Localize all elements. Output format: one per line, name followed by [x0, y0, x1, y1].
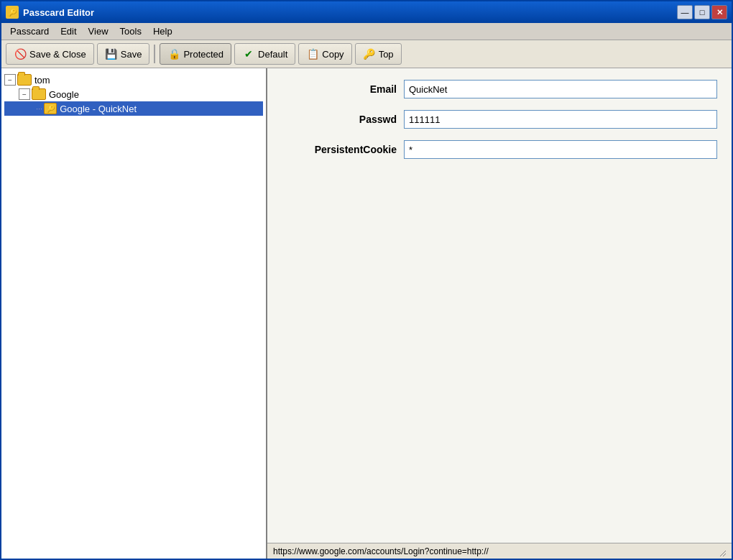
tree-connector-dots: ···	[36, 104, 42, 113]
save-icon: 💾	[105, 47, 118, 60]
copy-label: Copy	[322, 49, 344, 60]
tree-root-label[interactable]: tom	[34, 75, 50, 86]
default-label: Default	[258, 49, 287, 60]
tree-quicknet-label[interactable]: Google - QuickNet	[60, 104, 137, 114]
save-close-label: Save & Close	[29, 49, 86, 60]
detail-panel: Email Passwd PersistentCookie https://ww…	[267, 68, 732, 559]
menu-view[interactable]: View	[83, 24, 114, 38]
tree-google-row: − Google	[4, 87, 263, 101]
resize-icon	[717, 548, 726, 556]
menu-help[interactable]: Help	[147, 24, 178, 38]
main-window: 🔑 Passcard Editor — □ ✕ Passcard Edit Vi…	[0, 0, 733, 560]
top-icon: 🔑	[363, 47, 376, 60]
menu-passcard[interactable]: Passcard	[4, 24, 55, 38]
email-row: Email	[282, 80, 717, 98]
toolbar: 🚫 Save & Close 💾 Save 🔒 Protected ✔ Defa…	[1, 40, 732, 68]
google-expand-button[interactable]: −	[19, 88, 30, 100]
menu-bar: Passcard Edit View Tools Help	[1, 23, 732, 40]
protected-label: Protected	[183, 49, 223, 60]
copy-button[interactable]: 📋 Copy	[298, 43, 351, 65]
svg-line-1	[723, 554, 726, 556]
tree-root-row: − tom	[4, 73, 263, 87]
app-icon: 🔑	[6, 6, 19, 19]
quicknet-passcard-icon: 🔑	[44, 103, 57, 114]
tree-google-label[interactable]: Google	[49, 89, 79, 100]
tree-panel[interactable]: − tom − Google ··· 🔑 Google - QuickNet	[1, 68, 267, 559]
google-folder-icon	[32, 88, 46, 100]
title-bar-text: Passcard Editor	[23, 7, 677, 18]
top-label: Top	[379, 49, 394, 60]
menu-edit[interactable]: Edit	[55, 24, 82, 38]
cookie-label: PersistentCookie	[282, 144, 397, 155]
main-content: − tom − Google ··· 🔑 Google - QuickNet	[1, 68, 732, 559]
save-close-icon: 🚫	[14, 47, 27, 60]
protected-icon: 🔒	[167, 47, 180, 60]
maximize-button[interactable]: □	[694, 5, 710, 19]
close-button[interactable]: ✕	[711, 5, 727, 19]
cookie-row: PersistentCookie	[282, 140, 717, 159]
default-button[interactable]: ✔ Default	[234, 43, 295, 65]
passwd-label: Passwd	[282, 114, 397, 125]
status-bar: https://www.google.com/accounts/Login?co…	[267, 543, 732, 559]
svg-line-0	[720, 551, 726, 556]
root-expand-button[interactable]: −	[4, 74, 16, 86]
save-button[interactable]: 💾 Save	[97, 43, 150, 65]
resize-handle[interactable]	[716, 546, 726, 556]
top-button[interactable]: 🔑 Top	[355, 43, 402, 65]
email-input[interactable]	[404, 80, 717, 98]
window-controls: — □ ✕	[677, 5, 727, 19]
protected-button[interactable]: 🔒 Protected	[160, 43, 231, 65]
root-folder-icon	[17, 74, 32, 86]
detail-form: Email Passwd PersistentCookie	[267, 68, 732, 543]
passwd-input[interactable]	[404, 110, 717, 129]
tree-quicknet-row[interactable]: ··· 🔑 Google - QuickNet	[4, 101, 263, 116]
cookie-input[interactable]	[404, 140, 717, 159]
copy-icon: 📋	[306, 47, 319, 60]
menu-tools[interactable]: Tools	[114, 24, 147, 38]
minimize-button[interactable]: —	[677, 5, 693, 19]
passwd-row: Passwd	[282, 110, 717, 129]
save-close-button[interactable]: 🚫 Save & Close	[6, 43, 94, 65]
status-url: https://www.google.com/accounts/Login?co…	[273, 546, 489, 556]
email-label: Email	[282, 83, 397, 95]
default-icon: ✔	[242, 47, 255, 60]
toolbar-separator-1	[154, 45, 155, 63]
title-bar: 🔑 Passcard Editor — □ ✕	[1, 1, 732, 23]
save-label: Save	[121, 49, 142, 60]
